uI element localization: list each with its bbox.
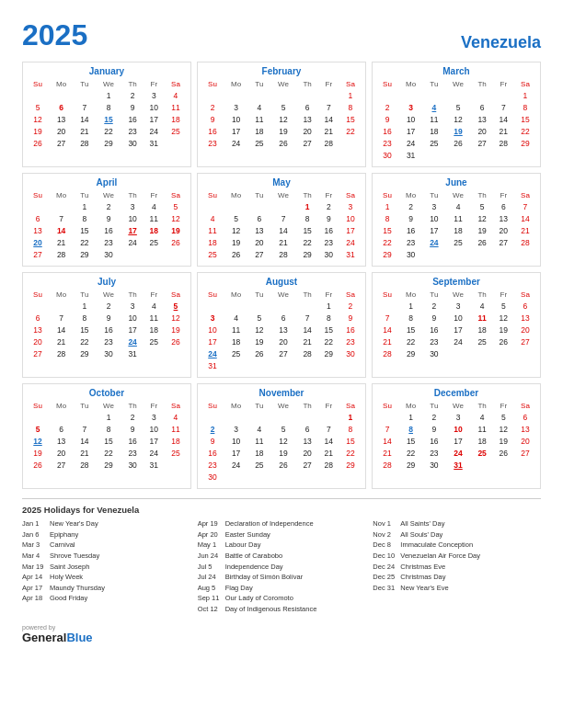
cal-day: 1: [74, 200, 95, 212]
cal-day: 26: [248, 347, 270, 359]
cal-day: 3: [423, 200, 444, 212]
holiday-name: Shrove Tuesday: [50, 551, 99, 562]
cal-day: 23: [423, 447, 444, 459]
cal-day: 31: [122, 347, 144, 359]
month-block-february: FebruarySuMoTuWeThFrSa123456789101112131…: [197, 62, 366, 167]
cal-day: 15: [398, 435, 423, 447]
day-header: Sa: [339, 79, 362, 89]
cal-table: SuMoTuWeThFrSa12345678910111213141516171…: [376, 401, 536, 471]
cal-day: 23: [95, 236, 121, 248]
holiday-name: New Year's Eve: [400, 583, 448, 594]
holiday-item: Dec 25Christmas Day: [373, 572, 541, 583]
cal-day: [472, 347, 493, 359]
cal-day: 4: [423, 101, 444, 113]
cal-day: 4: [248, 101, 270, 113]
cal-day: 10: [201, 324, 224, 336]
cal-day: 2: [201, 101, 224, 113]
cal-day: 4: [248, 423, 270, 435]
cal-day: 30: [423, 459, 444, 471]
holiday-date: Apr 14: [22, 572, 46, 583]
day-header: We: [270, 190, 296, 200]
day-header: Tu: [74, 401, 95, 411]
day-header: We: [270, 290, 296, 300]
cal-day: 15: [339, 435, 362, 447]
cal-day: 25: [224, 347, 248, 359]
holiday-name: Saint Joseph: [50, 562, 89, 573]
cal-day: [201, 411, 224, 423]
cal-day: 11: [472, 423, 493, 435]
cal-day: [339, 359, 362, 371]
cal-day: 15: [74, 324, 95, 336]
holiday-item: Jan 6Epiphany: [22, 529, 190, 540]
cal-day: [472, 459, 493, 471]
cal-day: [49, 200, 74, 212]
holiday-date: Dec 25: [373, 572, 396, 583]
cal-day: 3: [224, 423, 248, 435]
day-header: Mo: [224, 290, 248, 300]
cal-day: 25: [472, 336, 493, 347]
day-header: Fr: [493, 190, 514, 200]
cal-day: 14: [318, 435, 339, 447]
cal-day: 28: [318, 459, 339, 471]
cal-day: [270, 89, 296, 101]
cal-day: 10: [224, 113, 248, 125]
cal-day: 1: [339, 89, 362, 101]
cal-day: 16: [122, 435, 144, 447]
holiday-date: Jan 6: [22, 529, 46, 540]
holidays-title: 2025 Holidays for Venezuela: [22, 505, 541, 515]
cal-day: 15: [95, 113, 121, 125]
cal-day: 16: [398, 224, 423, 236]
cal-day: 30: [339, 347, 362, 359]
cal-day: 12: [270, 435, 296, 447]
cal-day: 22: [339, 125, 362, 137]
cal-day: 7: [297, 312, 318, 324]
cal-day: 21: [376, 336, 398, 347]
holiday-item: Sep 11Our Lady of Coromoto: [198, 593, 366, 604]
day-header: Mo: [224, 190, 248, 200]
cal-day: 1: [318, 300, 339, 312]
cal-day: 14: [376, 324, 398, 336]
cal-day: 26: [444, 137, 471, 149]
cal-day: 30: [201, 471, 224, 483]
cal-day: 11: [444, 212, 471, 224]
cal-day: 21: [74, 125, 95, 137]
page-header: 2025 Venezuela: [22, 18, 541, 52]
cal-day: 7: [376, 423, 398, 435]
holiday-date: Mar 3: [22, 540, 46, 551]
cal-day: 24: [224, 137, 248, 149]
cal-day: 12: [248, 324, 270, 336]
cal-day: 29: [376, 248, 398, 260]
cal-day: [318, 359, 339, 371]
holiday-item: May 1Labour Day: [198, 540, 366, 551]
cal-day: 4: [144, 300, 165, 312]
day-header: Mo: [398, 290, 423, 300]
cal-day: [248, 200, 270, 212]
cal-day: 19: [224, 236, 248, 248]
cal-day: 21: [376, 447, 398, 459]
day-header: Sa: [514, 401, 536, 411]
cal-day: 30: [122, 459, 144, 471]
day-header: Th: [472, 79, 493, 89]
cal-day: 9: [122, 101, 144, 113]
cal-day: 22: [514, 125, 536, 137]
cal-day: 31: [398, 149, 423, 161]
day-header: We: [444, 190, 471, 200]
cal-day: 29: [514, 137, 536, 149]
day-header: Tu: [248, 290, 270, 300]
cal-day: 7: [74, 423, 95, 435]
cal-day: 30: [122, 137, 144, 149]
holiday-item: Apr 19Declaration of Independence: [198, 518, 366, 529]
holiday-name: Labour Day: [225, 540, 261, 551]
day-header: Th: [472, 290, 493, 300]
cal-day: 1: [339, 411, 362, 423]
cal-day: [49, 411, 74, 423]
day-header: Tu: [248, 401, 270, 411]
cal-day: 20: [493, 224, 514, 236]
cal-day: 16: [423, 435, 444, 447]
day-header: Fr: [318, 190, 339, 200]
cal-day: 14: [74, 435, 95, 447]
cal-day: 11: [144, 212, 165, 224]
cal-day: 28: [74, 459, 95, 471]
day-header: We: [444, 290, 471, 300]
cal-day: 11: [248, 435, 270, 447]
